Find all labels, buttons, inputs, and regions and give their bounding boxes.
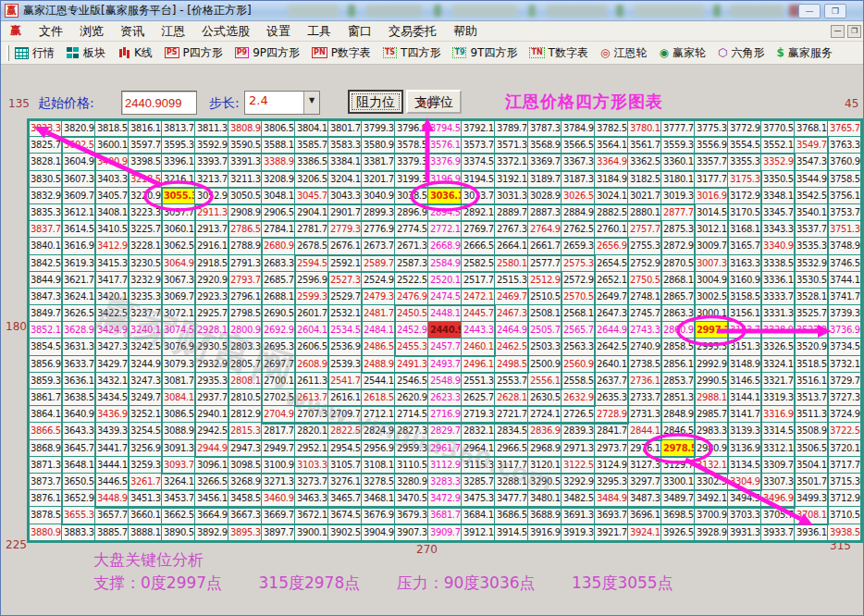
grid-cell: 3355.30 (728, 154, 761, 170)
grid-cell: 3007.30 (695, 255, 728, 272)
grid-cell: 3552.10 (761, 137, 795, 154)
toolbar-label: 9P四方形 (253, 45, 300, 61)
grid-cell: 3792.10 (462, 120, 495, 137)
toolbar-button-9[interactable]: ◎江恩轮 (600, 45, 647, 61)
grid-cell: 3657.70 (95, 507, 129, 524)
grid-cell: 2976.10 (628, 440, 661, 457)
menu-item-7[interactable]: 窗口 (339, 21, 380, 42)
grid-cell: 2846.50 (661, 423, 695, 439)
grid-cell: 3050.50 (228, 188, 262, 204)
restore-button[interactable]: ❐ (824, 4, 846, 18)
grid-cell: 3561.70 (628, 137, 661, 154)
start-price-input[interactable] (121, 91, 197, 115)
grid-cell: 2683.30 (262, 255, 295, 272)
grid-cell: 3004.90 (695, 272, 728, 289)
toolbar-button-10[interactable]: ◉赢家轮 (659, 45, 705, 61)
grid-cell: 2496.10 (462, 356, 495, 373)
grid-cell: 3141.70 (728, 406, 761, 423)
toolbar-button-0[interactable]: 行情 (15, 45, 55, 61)
menu-item-1[interactable]: 浏览 (71, 21, 112, 42)
grid-cell: 2935.30 (195, 373, 228, 389)
grid-cell: 3477.70 (495, 490, 528, 507)
grid-cell: 2599.30 (295, 289, 328, 305)
grid-cell: 3175.30 (728, 171, 761, 188)
menu-item-8[interactable]: 交易委托 (380, 21, 445, 42)
grid-cell: 3876.10 (29, 490, 62, 507)
grid-cell: 2779.30 (328, 221, 362, 238)
grid-cell: 3578.50 (395, 137, 428, 154)
menu-item-4[interactable]: 公式选股 (193, 21, 258, 42)
menu-item-2[interactable]: 资讯 (112, 21, 153, 42)
grid-cell: 2654.50 (595, 255, 628, 272)
grid-cell: 3573.70 (462, 137, 495, 154)
toolbar-button-6[interactable]: TST四方形 (383, 45, 441, 61)
grid-cell: 3026.50 (562, 188, 595, 204)
step-dropdown[interactable]: 2.4 ▼ (244, 91, 320, 115)
dropdown-arrow-icon[interactable]: ▼ (303, 92, 319, 114)
child-minimize-icon[interactable]: — (831, 25, 845, 38)
grid-cell: 2584.90 (428, 255, 462, 272)
行情-icon (15, 47, 29, 59)
grid-cell: 3655.30 (62, 507, 95, 524)
grid-cell: 3177.70 (695, 171, 728, 188)
grid-cell: 2913.70 (195, 221, 228, 238)
grid-cell: 2664.10 (495, 238, 528, 254)
grid-cell: 2983.30 (695, 423, 728, 439)
grid-cell: 3844.90 (29, 272, 62, 289)
grid-cell: 3633.70 (62, 356, 95, 373)
toolbar-button-7[interactable]: T99T四方形 (452, 45, 517, 61)
grid-cell: 2880.10 (628, 204, 661, 221)
toolbar-button-1[interactable]: 板块 (67, 45, 105, 61)
grid-cell: 3297.70 (628, 474, 661, 490)
toolbar-label: 赢家轮 (673, 45, 706, 61)
grid-cell: 2704.90 (262, 406, 295, 423)
grid-cell: 3400.90 (95, 154, 129, 170)
grid-cell: 2570.50 (562, 289, 595, 305)
grid-cell: 3468.10 (362, 490, 395, 507)
support-button[interactable]: 支撑位 (406, 90, 462, 114)
grid-cell: 3074.50 (162, 322, 195, 339)
toolbar-button-11[interactable]: ⬡六角形 (718, 45, 764, 61)
grid-cell: 2527.30 (328, 272, 362, 289)
toolbar-button-5[interactable]: PNP数字表 (312, 45, 371, 61)
P四方形-icon: PS (165, 47, 179, 58)
grid-cell: 3432.10 (95, 373, 129, 389)
toolbar-button-8[interactable]: TNT数字表 (529, 45, 588, 61)
grid-cell: 3669.70 (262, 507, 295, 524)
menu-item-3[interactable]: 江恩 (153, 21, 193, 42)
grid-cell: 3148.90 (728, 356, 761, 373)
grid-cell: 3871.30 (29, 457, 62, 474)
grid-cell: 3384.10 (328, 154, 362, 170)
grid-cell: 3458.50 (228, 490, 262, 507)
menu-item-5[interactable]: 设置 (258, 21, 299, 42)
toolbar-button-3[interactable]: PSP四方形 (165, 45, 223, 61)
grid-cell: 3273.70 (295, 474, 328, 490)
grid-cell: 2534.50 (328, 322, 362, 339)
grid-cell: 3105.70 (328, 457, 362, 474)
menu-item-6[interactable]: 工具 (299, 21, 339, 42)
grid-cell: 3626.50 (62, 305, 95, 322)
minimize-button[interactable]: — (798, 4, 821, 18)
grid-cell: 2920.90 (195, 272, 228, 289)
grid-cell: 2572.90 (562, 272, 595, 289)
grid-cell: 3734.50 (828, 339, 861, 355)
analysis-line: 支撑：0度2997点 315度2978点 压力：90度3036点 135度305… (93, 573, 705, 594)
resistance-button[interactable]: 阻力位 (348, 90, 403, 114)
grid-cell: 3033.70 (462, 188, 495, 204)
grid-cell: 2656.90 (595, 238, 628, 254)
grid-cell: 2853.70 (661, 373, 695, 389)
toolbar-button-12[interactable]: $赢家服务 (776, 45, 832, 61)
toolbar-button-4[interactable]: P99P四方形 (235, 45, 300, 61)
grid-cell: 3084.10 (162, 389, 195, 406)
grid-cell: 3194.50 (462, 171, 495, 188)
menu-item-9[interactable]: 帮助 (445, 21, 486, 42)
child-restore-icon[interactable]: ❐ (847, 25, 861, 38)
grid-cell: 2457.70 (428, 339, 462, 355)
grid-cell: 3595.30 (162, 137, 195, 154)
toolbar-button-2[interactable]: K线 (117, 45, 153, 61)
menu-item-0[interactable]: 文件 (31, 21, 71, 42)
grid-cell: 3307.30 (761, 474, 795, 490)
toolbar: 行情板块K线PSP四方形P99P四方形PNP数字表TST四方形T99T四方形TN… (1, 42, 863, 65)
grid-cell: 3820.90 (62, 120, 95, 137)
blurred-item (452, 5, 517, 17)
